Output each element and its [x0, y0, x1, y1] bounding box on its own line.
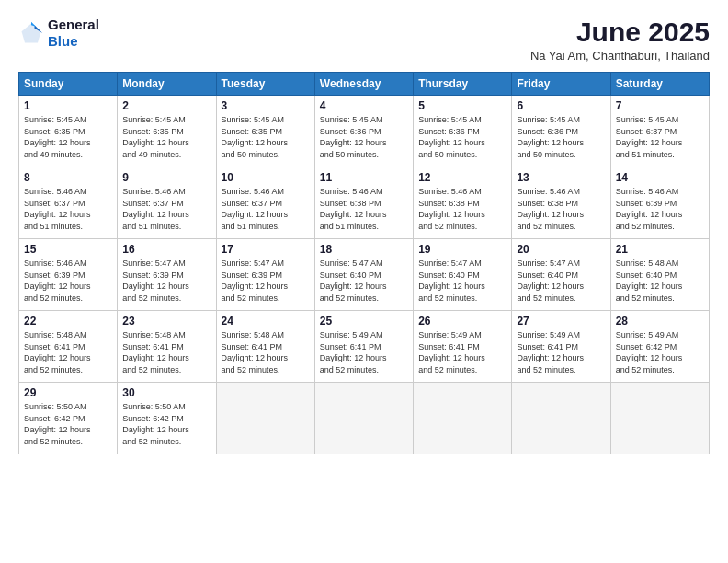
cell-1-0: 8Sunrise: 5:46 AM Sunset: 6:37 PM Daylig… — [19, 167, 118, 239]
day-number: 13 — [517, 171, 605, 184]
cell-3-3: 25Sunrise: 5:49 AM Sunset: 6:41 PM Dayli… — [314, 311, 413, 383]
day-number: 16 — [122, 243, 210, 256]
day-info: Sunrise: 5:47 AM Sunset: 6:39 PM Dayligh… — [222, 258, 310, 304]
cell-0-6: 7Sunrise: 5:45 AM Sunset: 6:37 PM Daylig… — [610, 96, 709, 167]
day-info: Sunrise: 5:46 AM Sunset: 6:38 PM Dayligh… — [517, 186, 605, 232]
day-info: Sunrise: 5:45 AM Sunset: 6:36 PM Dayligh… — [418, 114, 506, 160]
week-row-1: 8Sunrise: 5:46 AM Sunset: 6:37 PM Daylig… — [19, 167, 710, 239]
day-number: 28 — [616, 315, 704, 327]
day-number: 29 — [24, 386, 112, 399]
header-tuesday: Tuesday — [216, 73, 314, 96]
day-info: Sunrise: 5:48 AM Sunset: 6:40 PM Dayligh… — [616, 258, 704, 304]
day-info: Sunrise: 5:49 AM Sunset: 6:41 PM Dayligh… — [418, 329, 506, 375]
cell-1-4: 12Sunrise: 5:46 AM Sunset: 6:38 PM Dayli… — [414, 167, 512, 239]
cell-4-3 — [314, 383, 413, 454]
header-thursday: Thursday — [414, 73, 512, 96]
day-info: Sunrise: 5:45 AM Sunset: 6:35 PM Dayligh… — [122, 114, 210, 160]
day-info: Sunrise: 5:49 AM Sunset: 6:41 PM Dayligh… — [320, 329, 408, 375]
day-number: 26 — [418, 315, 506, 327]
calendar-subtitle: Na Yai Am, Chanthaburi, Thailand — [530, 49, 710, 63]
cell-1-3: 11Sunrise: 5:46 AM Sunset: 6:38 PM Dayli… — [314, 167, 413, 239]
header-wednesday: Wednesday — [314, 73, 413, 96]
day-number: 3 — [222, 99, 310, 112]
day-number: 9 — [122, 171, 210, 184]
logo-icon — [18, 20, 44, 46]
day-number: 5 — [418, 99, 506, 112]
header: General Blue June 2025 Na Yai Am, Chanth… — [18, 17, 710, 63]
day-number: 20 — [517, 243, 605, 256]
cell-4-1: 30Sunrise: 5:50 AM Sunset: 6:42 PM Dayli… — [118, 383, 216, 454]
logo-general: General — [48, 17, 99, 33]
day-info: Sunrise: 5:45 AM Sunset: 6:37 PM Dayligh… — [616, 114, 704, 160]
cell-4-6 — [610, 383, 709, 454]
cell-4-4 — [414, 383, 512, 454]
day-number: 17 — [222, 243, 310, 256]
header-sunday: Sunday — [19, 73, 118, 96]
cell-4-2 — [216, 383, 314, 454]
cell-0-3: 4Sunrise: 5:45 AM Sunset: 6:36 PM Daylig… — [314, 96, 413, 167]
cell-3-0: 22Sunrise: 5:48 AM Sunset: 6:41 PM Dayli… — [19, 311, 118, 383]
header-row: Sunday Monday Tuesday Wednesday Thursday… — [19, 73, 710, 96]
cell-0-2: 3Sunrise: 5:45 AM Sunset: 6:35 PM Daylig… — [216, 96, 314, 167]
cell-0-5: 6Sunrise: 5:45 AM Sunset: 6:36 PM Daylig… — [512, 96, 610, 167]
day-info: Sunrise: 5:48 AM Sunset: 6:41 PM Dayligh… — [24, 329, 112, 375]
day-info: Sunrise: 5:50 AM Sunset: 6:42 PM Dayligh… — [122, 401, 210, 447]
calendar-title: June 2025 — [530, 17, 710, 47]
cell-2-0: 15Sunrise: 5:46 AM Sunset: 6:39 PM Dayli… — [19, 239, 118, 311]
day-info: Sunrise: 5:46 AM Sunset: 6:37 PM Dayligh… — [222, 186, 310, 232]
day-info: Sunrise: 5:45 AM Sunset: 6:36 PM Dayligh… — [517, 114, 605, 160]
cell-3-5: 27Sunrise: 5:49 AM Sunset: 6:41 PM Dayli… — [512, 311, 610, 383]
cell-2-6: 21Sunrise: 5:48 AM Sunset: 6:40 PM Dayli… — [610, 239, 709, 311]
cell-1-5: 13Sunrise: 5:46 AM Sunset: 6:38 PM Dayli… — [512, 167, 610, 239]
cell-0-0: 1Sunrise: 5:45 AM Sunset: 6:35 PM Daylig… — [19, 96, 118, 167]
day-number: 7 — [616, 99, 704, 112]
day-info: Sunrise: 5:46 AM Sunset: 6:39 PM Dayligh… — [616, 186, 704, 232]
day-info: Sunrise: 5:48 AM Sunset: 6:41 PM Dayligh… — [222, 329, 310, 375]
day-number: 24 — [222, 315, 310, 327]
cell-1-2: 10Sunrise: 5:46 AM Sunset: 6:37 PM Dayli… — [216, 167, 314, 239]
day-number: 6 — [517, 99, 605, 112]
header-monday: Monday — [118, 73, 216, 96]
day-info: Sunrise: 5:45 AM Sunset: 6:35 PM Dayligh… — [24, 114, 112, 160]
header-friday: Friday — [512, 73, 610, 96]
day-number: 27 — [517, 315, 605, 327]
day-info: Sunrise: 5:46 AM Sunset: 6:38 PM Dayligh… — [320, 186, 408, 232]
day-info: Sunrise: 5:50 AM Sunset: 6:42 PM Dayligh… — [24, 401, 112, 447]
cell-4-5 — [512, 383, 610, 454]
header-saturday: Saturday — [610, 73, 709, 96]
week-row-0: 1Sunrise: 5:45 AM Sunset: 6:35 PM Daylig… — [19, 96, 710, 167]
day-number: 25 — [320, 315, 408, 327]
cell-1-6: 14Sunrise: 5:46 AM Sunset: 6:39 PM Dayli… — [610, 167, 709, 239]
day-number: 8 — [24, 171, 112, 184]
cell-4-0: 29Sunrise: 5:50 AM Sunset: 6:42 PM Dayli… — [19, 383, 118, 454]
day-info: Sunrise: 5:46 AM Sunset: 6:37 PM Dayligh… — [24, 186, 112, 232]
day-info: Sunrise: 5:47 AM Sunset: 6:40 PM Dayligh… — [418, 258, 506, 304]
day-info: Sunrise: 5:47 AM Sunset: 6:39 PM Dayligh… — [122, 258, 210, 304]
day-number: 23 — [122, 315, 210, 327]
day-number: 1 — [24, 99, 112, 112]
day-number: 22 — [24, 315, 112, 327]
day-number: 15 — [24, 243, 112, 256]
day-info: Sunrise: 5:45 AM Sunset: 6:36 PM Dayligh… — [320, 114, 408, 160]
cell-3-1: 23Sunrise: 5:48 AM Sunset: 6:41 PM Dayli… — [118, 311, 216, 383]
day-number: 4 — [320, 99, 408, 112]
cell-2-3: 18Sunrise: 5:47 AM Sunset: 6:40 PM Dayli… — [314, 239, 413, 311]
cell-3-2: 24Sunrise: 5:48 AM Sunset: 6:41 PM Dayli… — [216, 311, 314, 383]
page: General Blue June 2025 Na Yai Am, Chanth… — [0, 0, 728, 563]
day-info: Sunrise: 5:46 AM Sunset: 6:38 PM Dayligh… — [418, 186, 506, 232]
day-info: Sunrise: 5:45 AM Sunset: 6:35 PM Dayligh… — [222, 114, 310, 160]
day-info: Sunrise: 5:49 AM Sunset: 6:42 PM Dayligh… — [616, 329, 704, 375]
logo: General Blue — [18, 17, 99, 50]
cell-2-1: 16Sunrise: 5:47 AM Sunset: 6:39 PM Dayli… — [118, 239, 216, 311]
day-info: Sunrise: 5:46 AM Sunset: 6:37 PM Dayligh… — [122, 186, 210, 232]
day-number: 12 — [418, 171, 506, 184]
cell-3-6: 28Sunrise: 5:49 AM Sunset: 6:42 PM Dayli… — [610, 311, 709, 383]
cell-2-2: 17Sunrise: 5:47 AM Sunset: 6:39 PM Dayli… — [216, 239, 314, 311]
day-info: Sunrise: 5:48 AM Sunset: 6:41 PM Dayligh… — [122, 329, 210, 375]
cell-3-4: 26Sunrise: 5:49 AM Sunset: 6:41 PM Dayli… — [414, 311, 512, 383]
day-info: Sunrise: 5:47 AM Sunset: 6:40 PM Dayligh… — [517, 258, 605, 304]
day-number: 30 — [122, 386, 210, 399]
cell-2-4: 19Sunrise: 5:47 AM Sunset: 6:40 PM Dayli… — [414, 239, 512, 311]
day-number: 14 — [616, 171, 704, 184]
calendar-table: Sunday Monday Tuesday Wednesday Thursday… — [18, 72, 710, 454]
